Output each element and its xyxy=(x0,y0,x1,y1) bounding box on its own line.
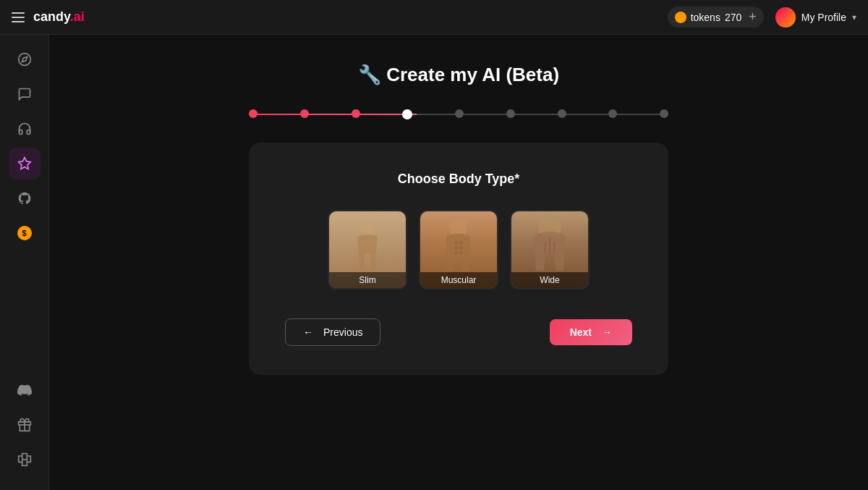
card-title: Choose Body Type* xyxy=(285,172,632,187)
wide-label: Wide xyxy=(511,272,588,288)
body-type-muscular[interactable]: Muscular xyxy=(419,210,498,290)
step-5 xyxy=(455,109,464,118)
svg-rect-11 xyxy=(459,246,463,250)
card-buttons: ← Previous Next → xyxy=(285,318,632,346)
next-button[interactable]: Next → xyxy=(550,319,632,345)
progress-stepper xyxy=(249,109,668,119)
step-4-active xyxy=(402,109,412,119)
page-title: 🔧 Create my AI (Beta) xyxy=(358,64,559,86)
content-area: 🔧 Create my AI (Beta) Choose Body Type* xyxy=(49,35,868,490)
avatar xyxy=(775,7,796,28)
tokens-count: 270 xyxy=(725,12,741,23)
slim-label: Slim xyxy=(329,272,406,288)
navbar-right: tokens 270 + My Profile ▾ xyxy=(668,7,856,28)
body-type-options: Slim xyxy=(285,210,632,290)
muscular-label: Muscular xyxy=(420,272,497,288)
sidebar-item-discord[interactable] xyxy=(9,374,41,406)
sidebar-item-create[interactable] xyxy=(9,148,41,179)
sidebar-item-feed[interactable] xyxy=(9,113,41,145)
chevron-down-icon: ▾ xyxy=(852,12,856,22)
step-7 xyxy=(558,109,566,118)
step-2 xyxy=(300,109,309,118)
navbar: candy.ai tokens 270 + My Profile ▾ xyxy=(0,0,868,35)
svg-rect-6 xyxy=(361,221,374,235)
previous-button[interactable]: ← Previous xyxy=(285,318,380,346)
body-type-card: Choose Body Type* Slim xyxy=(249,143,668,375)
tokens-add-button[interactable]: + xyxy=(749,9,757,25)
sidebar-item-explore[interactable] xyxy=(9,43,41,75)
stepper-dots xyxy=(249,109,668,119)
step-8 xyxy=(608,109,617,118)
svg-rect-10 xyxy=(455,246,459,250)
next-arrow-icon: → xyxy=(602,326,612,338)
sidebar-item-github[interactable] xyxy=(9,182,41,214)
body-type-slim[interactable]: Slim xyxy=(328,210,407,290)
token-coin-icon xyxy=(675,12,686,23)
sidebar-item-chat[interactable] xyxy=(9,78,41,110)
step-1 xyxy=(249,109,258,118)
step-6 xyxy=(506,109,515,118)
svg-rect-8 xyxy=(455,240,459,244)
svg-rect-12 xyxy=(455,251,459,255)
navbar-left: candy.ai xyxy=(12,9,85,25)
step-9 xyxy=(660,109,668,118)
prev-label: Previous xyxy=(323,326,362,338)
menu-button[interactable] xyxy=(12,12,25,22)
profile-button[interactable]: My Profile ▾ xyxy=(775,7,856,28)
svg-point-0 xyxy=(18,54,30,66)
logo: candy.ai xyxy=(33,9,85,25)
step-3 xyxy=(352,109,360,118)
sidebar-item-trophy[interactable] xyxy=(9,444,41,476)
profile-label: My Profile xyxy=(801,12,846,23)
body-type-wide[interactable]: Wide xyxy=(510,210,590,290)
tokens-badge: tokens 270 + xyxy=(668,7,764,28)
sidebar-top: $ xyxy=(9,43,41,374)
svg-rect-9 xyxy=(459,240,463,244)
sidebar: $ xyxy=(0,35,49,490)
prev-arrow-icon: ← xyxy=(303,326,313,338)
sidebar-item-coins[interactable]: $ xyxy=(9,217,41,249)
svg-rect-13 xyxy=(459,251,463,255)
sidebar-bottom xyxy=(9,374,41,481)
tokens-label: tokens xyxy=(691,12,720,23)
svg-marker-1 xyxy=(22,56,27,62)
next-label: Next xyxy=(570,326,592,338)
sidebar-item-gift[interactable] xyxy=(9,409,41,441)
svg-rect-7 xyxy=(450,220,467,236)
main-layout: $ 🔧 Create my AI (Beta) xyxy=(0,35,868,490)
